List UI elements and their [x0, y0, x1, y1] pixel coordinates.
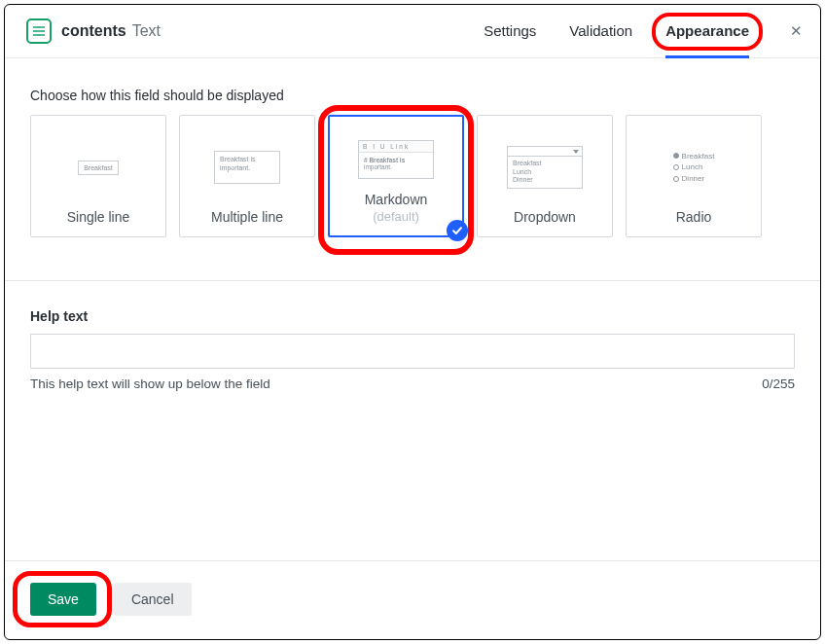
preview-md-toolbar: B I U Link	[359, 141, 433, 153]
option-dropdown[interactable]: Breakfast Lunch Dinner Dropdown	[477, 115, 613, 237]
text-field-icon	[26, 18, 52, 44]
option-radio[interactable]: Breakfast Lunch Dinner Radio	[626, 115, 762, 237]
cancel-button[interactable]: Cancel	[114, 583, 192, 616]
field-name: contents	[61, 22, 126, 40]
option-label: Dropdown	[514, 209, 576, 225]
selected-check-icon	[447, 220, 468, 241]
option-preview: B I U Link # Breakfast is important.	[336, 126, 456, 192]
save-button[interactable]: Save	[30, 583, 96, 616]
preview-radio-item: Dinner	[682, 173, 705, 185]
preview-md-line: important.	[364, 163, 428, 170]
preview-markdown: B I U Link # Breakfast is important.	[358, 140, 434, 179]
preview-select-options: Breakfast Lunch Dinner	[508, 157, 582, 188]
preview-radio-item: Breakfast	[682, 151, 715, 162]
option-sublabel: (default)	[373, 209, 419, 224]
radio-bullet-icon	[673, 164, 679, 170]
field-settings-modal: contents Text Settings Validation Appear…	[4, 4, 821, 640]
tab-bar: Settings Validation Appearance ✕	[484, 22, 803, 41]
preview-select-item: Dinner	[513, 176, 577, 185]
option-preview: Breakfast Lunch Dinner	[632, 125, 755, 209]
field-type: Text	[132, 22, 161, 40]
modal-header: contents Text Settings Validation Appear…	[5, 5, 820, 58]
modal-body: Choose how this field should be displaye…	[5, 58, 820, 560]
preview-radio-item: Lunch	[682, 161, 703, 173]
tab-active-indicator	[665, 55, 749, 58]
preview-select-bar	[508, 147, 582, 157]
help-text-counter: 0/255	[762, 376, 795, 391]
tab-validation[interactable]: Validation	[569, 22, 632, 41]
appearance-prompt: Choose how this field should be displaye…	[30, 88, 795, 103]
option-preview: Breakfast Lunch Dinner	[484, 125, 606, 209]
preview-textarea: Breakfast is important.	[214, 151, 280, 184]
option-markdown[interactable]: B I U Link # Breakfast is important. Mar…	[328, 115, 464, 237]
preview-md-line: # Breakfast is	[364, 157, 428, 163]
help-text-label: Help text	[30, 308, 795, 324]
close-icon[interactable]: ✕	[790, 22, 803, 40]
modal-footer: Save Cancel	[5, 560, 820, 639]
preview-select-item: Breakfast	[513, 160, 577, 168]
preview-radio-group: Breakfast Lunch Dinner	[673, 151, 715, 185]
option-label: Markdown	[365, 192, 428, 207]
help-text-input[interactable]	[30, 334, 795, 369]
help-text-hint: This help text will show up below the fi…	[30, 376, 270, 391]
preview-input: Breakfast	[78, 161, 119, 175]
radio-bullet-icon	[673, 153, 679, 159]
option-multiple-line[interactable]: Breakfast is important. Multiple line	[179, 115, 315, 237]
tab-appearance-wrapper: Appearance	[665, 22, 749, 41]
option-preview: Breakfast	[37, 125, 160, 209]
preview-select: Breakfast Lunch Dinner	[507, 146, 583, 189]
radio-bullet-icon	[673, 176, 679, 182]
tab-settings[interactable]: Settings	[484, 22, 536, 41]
option-preview: Breakfast is important.	[186, 125, 308, 209]
save-button-wrapper: Save	[30, 583, 96, 616]
tab-appearance[interactable]: Appearance	[665, 22, 749, 41]
section-divider	[5, 280, 820, 281]
preview-select-item: Lunch	[513, 168, 577, 177]
preview-md-body: # Breakfast is important.	[359, 153, 433, 178]
option-single-line[interactable]: Breakfast Single line	[30, 115, 166, 237]
option-label: Radio	[676, 209, 712, 225]
display-options: Breakfast Single line Breakfast is impor…	[30, 115, 795, 237]
option-label: Single line	[67, 209, 130, 225]
option-label: Multiple line	[211, 209, 283, 225]
help-text-footer: This help text will show up below the fi…	[30, 376, 795, 391]
